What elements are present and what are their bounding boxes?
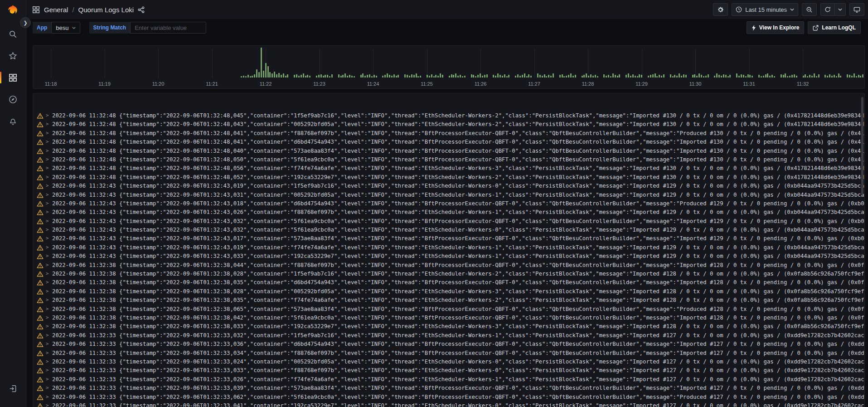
gridline — [803, 48, 803, 78]
log-volume-bar — [789, 76, 790, 78]
log-line-text: 2022-09-06 11:32:43 {"timestamp":"2022-0… — [52, 192, 864, 198]
warning-icon — [37, 183, 44, 189]
log-volume-bar — [708, 74, 709, 78]
log-volume-bar — [267, 66, 269, 78]
explore-compass-icon[interactable] — [0, 92, 26, 107]
log-volume-bar — [637, 76, 638, 78]
log-volume-bar — [619, 74, 620, 78]
dashboards-icon[interactable] — [0, 70, 26, 85]
search-icon[interactable] — [0, 26, 26, 42]
log-row[interactable]: >2022-09-06 11:32:43 {"timestamp":"2022-… — [33, 226, 864, 234]
cycle-view-mode-button[interactable] — [849, 3, 864, 16]
variable-match-label: String Match — [89, 22, 131, 34]
log-row[interactable]: >2022-09-06 11:32:33 {"timestamp":"2022-… — [33, 384, 864, 392]
refresh-button[interactable] — [820, 3, 835, 16]
log-row[interactable]: >2022-09-06 11:32:48 {"timestamp":"2022-… — [33, 155, 864, 164]
log-volume-bar — [243, 76, 244, 78]
log-row[interactable]: >2022-09-06 11:32:43 {"timestamp":"2022-… — [33, 208, 864, 217]
log-line-text: 2022-09-06 11:32:43 {"timestamp":"2022-0… — [52, 183, 864, 189]
breadcrumb-folder[interactable]: General — [44, 6, 68, 14]
log-volume-bar — [834, 75, 835, 78]
log-line-text: 2022-09-06 11:32:43 {"timestamp":"2022-0… — [52, 253, 864, 259]
log-row[interactable]: >2022-09-06 11:32:38 {"timestamp":"2022-… — [33, 314, 864, 322]
log-row[interactable]: >2022-09-06 11:32:48 {"timestamp":"2022-… — [33, 111, 864, 120]
log-line-text: 2022-09-06 11:32:38 {"timestamp":"2022-0… — [52, 262, 864, 268]
log-row[interactable]: >2022-09-06 11:32:43 {"timestamp":"2022-… — [33, 234, 864, 243]
log-volume-bar — [809, 75, 810, 78]
logs-scrollbar-thumb[interactable] — [861, 97, 863, 194]
log-row[interactable]: >2022-09-06 11:32:43 {"timestamp":"2022-… — [33, 182, 864, 190]
log-row[interactable]: >2022-09-06 11:32:38 {"timestamp":"2022-… — [33, 296, 864, 305]
log-row[interactable]: >2022-09-06 11:32:38 {"timestamp":"2022-… — [33, 305, 864, 314]
sidebar-expand-toggle[interactable]: ❯ — [20, 17, 31, 28]
share-icon[interactable] — [138, 6, 145, 13]
log-volume-bar — [307, 75, 308, 78]
log-row[interactable]: >2022-09-06 11:32:43 {"timestamp":"2022-… — [33, 252, 864, 261]
external-link-icon — [813, 25, 819, 31]
log-volume-bar — [803, 76, 804, 78]
log-row[interactable]: >2022-09-06 11:32:33 {"timestamp":"2022-… — [33, 349, 864, 358]
log-row[interactable]: >2022-09-06 11:32:48 {"timestamp":"2022-… — [33, 138, 864, 146]
starred-icon[interactable] — [0, 48, 26, 63]
log-rows: >2022-09-06 11:32:48 {"timestamp":"2022-… — [33, 111, 864, 407]
log-volume-bar — [431, 74, 432, 78]
log-line-text: 2022-09-06 11:32:38 {"timestamp":"2022-0… — [52, 288, 864, 295]
x-tick-label: 11:26 — [469, 81, 492, 87]
breadcrumb-dashboard-title[interactable]: Quorum Logs Loki — [78, 6, 134, 14]
log-row[interactable]: >2022-09-06 11:32:33 {"timestamp":"2022-… — [33, 402, 864, 407]
log-row[interactable]: >2022-09-06 11:32:38 {"timestamp":"2022-… — [33, 287, 864, 296]
log-row[interactable]: >2022-09-06 11:32:33 {"timestamp":"2022-… — [33, 331, 864, 340]
refresh-interval-dropdown[interactable] — [835, 3, 846, 16]
log-row[interactable]: >2022-09-06 11:32:48 {"timestamp":"2022-… — [33, 173, 864, 182]
log-row[interactable]: >2022-09-06 11:32:33 {"timestamp":"2022-… — [33, 366, 864, 375]
variable-app-select[interactable]: besu — [51, 22, 80, 34]
log-volume-panel[interactable]: 11:1811:1911:2011:2111:2211:2311:2411:25… — [33, 45, 865, 89]
alerting-bell-icon[interactable] — [0, 113, 26, 129]
gridline — [588, 48, 588, 78]
warning-icon — [37, 377, 44, 383]
log-volume-bar — [376, 76, 377, 78]
sign-in-icon[interactable] — [0, 381, 26, 396]
variable-match-input[interactable] — [130, 22, 206, 34]
log-row[interactable]: >2022-09-06 11:32:33 {"timestamp":"2022-… — [33, 340, 864, 349]
log-volume-bar — [827, 76, 828, 78]
log-volume-bar — [626, 75, 627, 78]
log-volume-bar — [656, 76, 658, 78]
log-row[interactable]: >2022-09-06 11:32:43 {"timestamp":"2022-… — [33, 191, 864, 199]
expand-chevron-icon: > — [46, 359, 49, 364]
log-volume-bar — [723, 74, 724, 78]
log-row[interactable]: >2022-09-06 11:32:33 {"timestamp":"2022-… — [33, 393, 864, 402]
log-volume-bar — [281, 75, 282, 78]
log-volume-bar — [729, 75, 731, 78]
log-volume-bar — [763, 76, 764, 78]
log-row[interactable]: >2022-09-06 11:32:38 {"timestamp":"2022-… — [33, 278, 864, 287]
log-volume-bar — [698, 73, 700, 78]
time-range-picker[interactable]: Last 15 minutes — [732, 3, 798, 16]
log-row[interactable]: >2022-09-06 11:32:38 {"timestamp":"2022-… — [33, 261, 864, 270]
log-row[interactable]: >2022-09-06 11:32:43 {"timestamp":"2022-… — [33, 217, 864, 226]
log-row[interactable]: >2022-09-06 11:32:43 {"timestamp":"2022-… — [33, 199, 864, 208]
log-row[interactable]: >2022-09-06 11:32:48 {"timestamp":"2022-… — [33, 164, 864, 173]
log-row[interactable]: >2022-09-06 11:32:33 {"timestamp":"2022-… — [33, 375, 864, 384]
log-row[interactable]: >2022-09-06 11:32:38 {"timestamp":"2022-… — [33, 270, 864, 278]
log-volume-bar — [360, 75, 362, 78]
learn-logql-button[interactable]: Learn LogQL — [808, 21, 861, 34]
dashboard-settings-button[interactable] — [713, 3, 728, 16]
log-volume-bar — [274, 72, 275, 78]
view-in-explore-button[interactable]: View In Explore — [747, 21, 804, 34]
grafana-logo-icon[interactable] — [4, 4, 21, 17]
dashboard-grid-icon — [32, 6, 40, 14]
log-line-text: 2022-09-06 11:32:33 {"timestamp":"2022-0… — [52, 367, 864, 373]
log-volume-bar — [856, 76, 857, 78]
log-row[interactable]: >2022-09-06 11:32:48 {"timestamp":"2022-… — [33, 129, 864, 138]
zoom-out-time-button[interactable] — [802, 3, 817, 16]
log-row[interactable]: >2022-09-06 11:32:48 {"timestamp":"2022-… — [33, 120, 864, 129]
log-volume-bar — [387, 73, 388, 78]
log-volume-bar — [482, 76, 483, 78]
gridline — [749, 48, 750, 78]
log-row[interactable]: >2022-09-06 11:32:48 {"timestamp":"2022-… — [33, 147, 864, 155]
warning-icon — [37, 113, 44, 119]
log-row[interactable]: >2022-09-06 11:32:43 {"timestamp":"2022-… — [33, 243, 864, 252]
log-row[interactable]: >2022-09-06 11:32:33 {"timestamp":"2022-… — [33, 358, 864, 366]
log-row[interactable]: >2022-09-06 11:32:38 {"timestamp":"2022-… — [33, 322, 864, 331]
